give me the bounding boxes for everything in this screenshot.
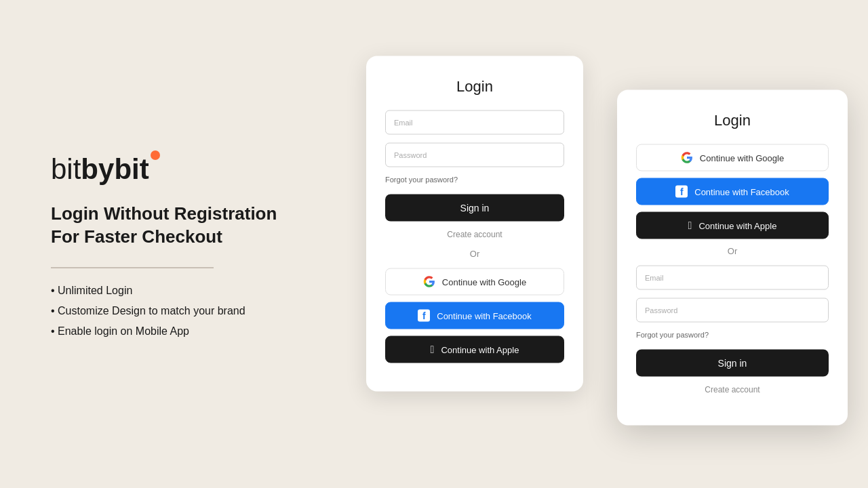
logo-dot <box>151 150 160 160</box>
features-list: • Unlimited Login • Customize Design to … <box>51 285 326 338</box>
card2-apple-icon:  <box>688 220 692 232</box>
card2-google-icon <box>681 152 693 164</box>
card2-or: Or <box>636 246 829 256</box>
card1-google-label: Continue with Google <box>442 277 526 287</box>
logo-bit2: bit <box>114 153 149 185</box>
card1-email-group <box>385 110 564 135</box>
card1-password-group <box>385 143 564 167</box>
card2-facebook-icon: f <box>675 186 688 198</box>
card1-title: Login <box>385 78 564 96</box>
card1-google-button[interactable]: Continue with Google <box>385 268 564 296</box>
card2-email-input[interactable] <box>636 266 829 290</box>
feature-item-1: • Unlimited Login <box>51 285 326 297</box>
card1-apple-button[interactable]:  Continue with Apple <box>385 336 564 363</box>
card2-create-account[interactable]: Create account <box>636 385 829 394</box>
card2-email-group <box>636 266 829 290</box>
card1-password-input[interactable] <box>385 143 564 167</box>
card1-email-input[interactable] <box>385 110 564 135</box>
login-card-1: Login Forgot your pasword? Sign in Creat… <box>366 56 583 392</box>
right-section: Login Forgot your pasword? Sign in Creat… <box>366 0 868 488</box>
card2-apple-label: Continue with Apple <box>698 220 776 230</box>
card2-sign-in-button[interactable]: Sign in <box>636 350 829 377</box>
card1-facebook-button[interactable]: f Continue with Facebook <box>385 302 564 329</box>
feature-item-3: • Enable login on Mobile App <box>51 325 326 338</box>
card2-password-group <box>636 298 829 323</box>
card1-apple-label: Continue with Apple <box>441 344 519 354</box>
card2-google-label: Continue with Google <box>700 152 784 163</box>
card1-sign-in-button[interactable]: Sign in <box>385 195 564 222</box>
tagline: Login Without RegistrationFor Faster Che… <box>51 203 326 249</box>
card1-forgot[interactable]: Forgot your pasword? <box>385 176 564 184</box>
apple-icon:  <box>431 344 435 356</box>
card1-facebook-label: Continue with Facebook <box>437 310 531 321</box>
facebook-icon: f <box>418 310 430 322</box>
left-section: bitbybit Login Without RegistrationFor F… <box>0 110 366 379</box>
google-icon <box>423 276 435 288</box>
login-card-2: Login Continue with Google f Continue wi… <box>617 90 848 426</box>
card2-google-button[interactable]: Continue with Google <box>636 144 829 171</box>
card2-title: Login <box>636 112 829 129</box>
card2-facebook-label: Continue with Facebook <box>694 186 789 197</box>
card2-forgot[interactable]: Forgot your pasword? <box>636 331 829 339</box>
divider <box>51 267 214 268</box>
card2-apple-button[interactable]:  Continue with Apple <box>636 212 829 239</box>
card1-create-account[interactable]: Create account <box>385 230 564 239</box>
logo-by: by <box>81 153 114 185</box>
logo-text: bitbybit <box>51 150 160 184</box>
feature-item-2: • Customize Design to match your brand <box>51 305 326 317</box>
logo: bitbybit <box>51 150 326 184</box>
card1-or: Or <box>385 249 564 259</box>
card2-password-input[interactable] <box>636 298 829 323</box>
card2-facebook-button[interactable]: f Continue with Facebook <box>636 178 829 205</box>
logo-bit: bit <box>51 153 81 185</box>
